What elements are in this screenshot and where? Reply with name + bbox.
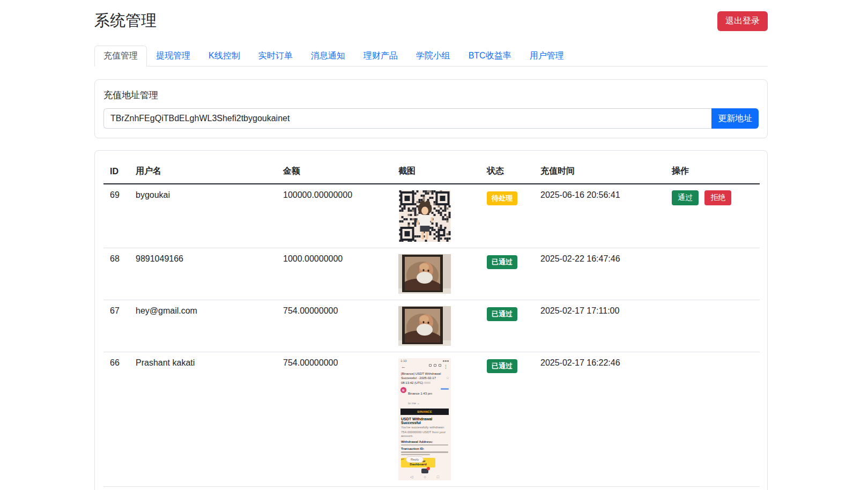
topbar: 系统管理 退出登录 <box>94 0 768 31</box>
cell-status: 待处理 <box>480 184 534 248</box>
recharge-address-input[interactable] <box>103 108 711 129</box>
cell-recharge-time: 2025-02-17 16:22:46 <box>534 352 665 487</box>
table-row: 67 hey@gmail.com 754.00000000 已通过 2025-0… <box>103 300 760 352</box>
archive-icon <box>429 364 432 367</box>
cell-screenshot: 1:10 ← ⋮ <box>392 352 480 487</box>
email-heading: USDT Withdrawal Successful <box>398 415 451 425</box>
recharge-records-table: ID 用户名 金额 截图 状态 充值时间 操作 69 bygoukai 1000… <box>103 159 760 487</box>
header-screenshot: 截图 <box>392 159 480 184</box>
portrait-screenshot-thumbnail[interactable] <box>398 254 474 294</box>
recipient-text: to me ⌄ <box>408 402 420 405</box>
email-app-bar: ← ⋮ <box>398 362 451 370</box>
cell-actions <box>665 248 760 300</box>
cell-username: bygoukai <box>129 184 277 248</box>
portrait-screenshot-thumbnail[interactable] <box>398 306 474 346</box>
header-status: 状态 <box>480 159 534 184</box>
reply-pill: Reply <box>406 456 424 463</box>
cell-recharge-time: 2025-02-17 17:11:00 <box>534 300 665 352</box>
header-amount: 金额 <box>277 159 392 184</box>
tab-bar: 充值管理 提现管理 K线控制 实时订单 消息通知 理财产品 学院小组 BTC收益… <box>94 46 768 66</box>
email-reply-row: ↩ Reply <box>398 456 451 463</box>
mail-icon <box>439 364 441 367</box>
recharge-address-card: 充值地址管理 更新地址 <box>94 79 768 138</box>
tab-kline-control[interactable]: K线控制 <box>199 46 249 66</box>
cell-amount: 1000.00000000 <box>277 248 392 300</box>
binance-email-screenshot-thumbnail[interactable]: 1:10 ← ⋮ <box>398 358 451 480</box>
phone-clock: 1:10 <box>400 359 407 362</box>
tab-wealth-products[interactable]: 理财产品 <box>354 46 407 66</box>
cell-status: 已通过 <box>480 352 534 487</box>
cell-username: Prashant kakati <box>129 352 277 487</box>
android-home-icon: ○ <box>424 475 426 479</box>
cell-actions <box>665 300 760 352</box>
cell-actions <box>665 352 760 487</box>
cell-recharge-time: 2025-02-22 16:47:46 <box>534 248 665 300</box>
cell-recharge-time: 2025-06-16 20:56:41 <box>534 184 665 248</box>
email-body-line: You've successfully withdrawn <box>398 425 451 430</box>
cell-amount: 754.00000000 <box>277 352 392 487</box>
cell-username: hey@gmail.com <box>129 300 277 352</box>
cell-id: 69 <box>103 184 129 248</box>
cell-amount: 754.00000000 <box>277 300 392 352</box>
recharge-records-card: ID 用户名 金额 截图 状态 充值时间 操作 69 bygoukai 1000… <box>94 150 768 490</box>
cell-username: 9891049166 <box>129 248 277 300</box>
tab-message-notifications[interactable]: 消息通知 <box>302 46 354 66</box>
logout-button[interactable]: 退出登录 <box>717 11 768 31</box>
cell-screenshot <box>392 184 480 248</box>
tab-academy-groups[interactable]: 学院小组 <box>407 46 459 66</box>
tab-realtime-orders[interactable]: 实时订单 <box>249 46 302 66</box>
tab-btc-yield[interactable]: BTC收益率 <box>459 46 521 66</box>
sender-avatar: B <box>400 387 406 393</box>
header-actions: 操作 <box>665 159 760 184</box>
table-row: 69 bygoukai 100000.00000000 待处理 2025-06-… <box>103 184 760 248</box>
header-username: 用户名 <box>129 159 277 184</box>
delete-icon <box>434 364 436 367</box>
reject-button[interactable]: 拒绝 <box>704 190 731 205</box>
cell-screenshot <box>392 248 480 300</box>
cell-id: 68 <box>103 248 129 300</box>
phone-signal-battery-icons <box>442 359 449 362</box>
email-subject-text: [Binance] USDT Withdrawal Successful - 2… <box>401 372 441 384</box>
recharge-address-title: 充值地址管理 <box>103 89 759 101</box>
status-badge: 已通过 <box>487 255 517 269</box>
header-id: ID <box>103 159 129 184</box>
emoji-keyboard-icon-with-badge <box>421 469 428 473</box>
tab-withdrawal-management[interactable]: 提现管理 <box>147 46 199 66</box>
email-label-chip <box>424 382 431 384</box>
table-row: 66 Prashant kakati 754.00000000 1:10 ← <box>103 352 760 487</box>
status-badge: 待处理 <box>487 191 517 205</box>
redacted-text-bar <box>401 454 430 456</box>
status-badge: 已通过 <box>487 307 517 321</box>
tab-recharge-management[interactable]: 充值管理 <box>94 46 147 66</box>
overflow-menu-icon: ⋮ <box>443 364 448 369</box>
cell-actions: 通过 拒绝 <box>665 184 760 248</box>
cell-status: 已通过 <box>480 248 534 300</box>
status-badge: 已通过 <box>487 359 517 373</box>
admin-page-container: 系统管理 退出登录 充值管理 提现管理 K线控制 实时订单 消息通知 理财产品 … <box>94 0 768 490</box>
recharge-address-input-group: 更新地址 <box>103 108 759 129</box>
cell-screenshot <box>392 300 480 352</box>
unsubscribe-link-placeholder <box>441 388 449 390</box>
table-header-row: ID 用户名 金额 截图 状态 充值时间 操作 <box>103 159 760 184</box>
android-recents-icon: □ <box>437 475 439 479</box>
cell-id: 66 <box>103 352 129 487</box>
approve-button[interactable]: 通过 <box>672 190 699 205</box>
android-back-icon: ◁ <box>410 475 413 479</box>
withdrawal-address-label: Withdrawal Address: <box>398 439 451 443</box>
android-nav-bar: ◁ ○ □ <box>398 475 451 479</box>
cell-status: 已通过 <box>480 300 534 352</box>
table-row: 68 9891049166 1000.00000000 已通过 2025-02-… <box>103 248 760 300</box>
sender-name-block: Binance 1:43 pm to me ⌄ <box>408 387 432 406</box>
cell-id: 67 <box>103 300 129 352</box>
page-title: 系统管理 <box>94 11 157 30</box>
star-icon: ☆ <box>446 375 449 381</box>
qr-code-screenshot-thumbnail[interactable] <box>398 190 474 242</box>
back-icon: ← <box>401 364 406 369</box>
email-body-line: 754.00000000 USDT from your account. <box>398 430 451 439</box>
sender-name: Binance 1:43 pm <box>408 392 432 395</box>
email-subject: [Binance] USDT Withdrawal Successful - 2… <box>398 370 451 385</box>
tab-user-management[interactable]: 用户管理 <box>521 46 573 66</box>
update-address-button[interactable]: 更新地址 <box>711 108 759 129</box>
header-recharge-time: 充值时间 <box>534 159 665 184</box>
email-toolbar-icons: ⋮ <box>429 364 448 369</box>
